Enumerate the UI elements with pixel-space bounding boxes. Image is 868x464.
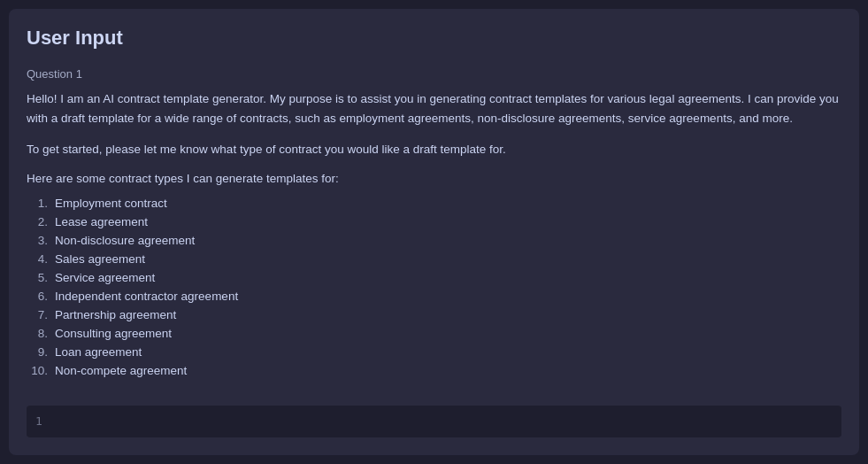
content-area: Question 1 Hello! I am an AI contract te…: [27, 67, 841, 437]
intro-paragraph-2: To get started, please let me know what …: [27, 140, 841, 159]
list-item-label: Service agreement: [55, 271, 155, 284]
list-item: 7.Partnership agreement: [27, 305, 841, 324]
list-item: 4.Sales agreement: [27, 250, 841, 268]
contract-type-list: 1.Employment contract2.Lease agreement3.…: [27, 194, 841, 380]
list-item-label: Non-disclosure agreement: [55, 234, 195, 247]
list-item-label: Lease agreement: [55, 215, 148, 228]
user-input-area: 1: [27, 406, 841, 437]
list-item-label: Consulting agreement: [55, 327, 172, 340]
line-number: 1: [27, 406, 51, 437]
list-item-number: 3.: [27, 234, 55, 247]
list-item-label: Loan agreement: [55, 345, 142, 359]
user-text-input[interactable]: [51, 406, 841, 437]
question-label: Question 1: [27, 67, 841, 81]
list-item-number: 4.: [27, 252, 55, 266]
main-container: User Input Question 1 Hello! I am an AI …: [9, 9, 859, 455]
page-title: User Input: [27, 27, 841, 50]
list-item-number: 1.: [27, 197, 55, 210]
list-item: 9.Loan agreement: [27, 343, 841, 361]
list-item-number: 9.: [27, 345, 55, 359]
list-item-number: 7.: [27, 308, 55, 321]
list-item-label: Non-compete agreement: [55, 364, 187, 377]
list-intro: Here are some contract types I can gener…: [27, 172, 841, 185]
list-item-number: 2.: [27, 215, 55, 228]
list-item-number: 8.: [27, 327, 55, 340]
list-item: 2.Lease agreement: [27, 213, 841, 231]
list-item-number: 6.: [27, 290, 55, 303]
list-item: 5.Service agreement: [27, 268, 841, 287]
list-item-number: 10.: [27, 364, 55, 377]
list-item-number: 5.: [27, 271, 55, 284]
intro-paragraph-1: Hello! I am an AI contract template gene…: [27, 89, 841, 128]
list-item: 3.Non-disclosure agreement: [27, 231, 841, 250]
list-item: 10.Non-compete agreement: [27, 361, 841, 380]
list-item: 6.Independent contractor agreement: [27, 287, 841, 305]
list-item-label: Employment contract: [55, 197, 167, 210]
list-item-label: Independent contractor agreement: [55, 290, 238, 303]
list-item-label: Partnership agreement: [55, 308, 176, 321]
list-item-label: Sales agreement: [55, 252, 145, 266]
list-item: 8.Consulting agreement: [27, 324, 841, 343]
list-item: 1.Employment contract: [27, 194, 841, 213]
